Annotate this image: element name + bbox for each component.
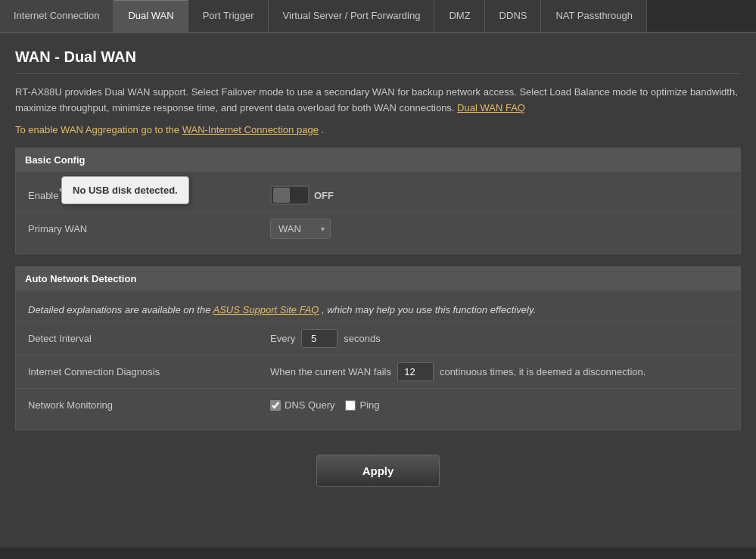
asus-support-link[interactable]: ASUS Support Site FAQ [213, 304, 319, 315]
auto-detect-description: Detailed explanations are available on t… [16, 298, 740, 322]
wan-aggregation-notice: To enable WAN Aggregation go to the WAN-… [15, 124, 741, 135]
tab-dmz[interactable]: DMZ [434, 0, 484, 32]
toggle-label: OFF [314, 190, 334, 201]
toggle-track[interactable] [270, 185, 310, 205]
primary-wan-select[interactable]: WAN USB WAN2 [270, 219, 331, 239]
apply-button[interactable]: Apply [316, 455, 440, 487]
enable-dual-wan-control: OFF No USB disk detected. [270, 185, 728, 205]
diagnosis-row: Internet Connection Diagnosis When the c… [16, 356, 740, 389]
ping-label[interactable]: Ping [359, 399, 379, 411]
detect-interval-label: Detect Interval [28, 333, 270, 344]
toggle-knob [273, 188, 290, 203]
diagnosis-label: Internet Connection Diagnosis [28, 366, 270, 377]
enable-dual-wan-row: Enable Dual WAN OFF No USB disk detected… [16, 179, 740, 213]
basic-config-section: Basic Config Enable Dual WAN OFF No USB … [15, 148, 741, 254]
tab-ddns[interactable]: DDNS [485, 0, 542, 32]
tab-dual-wan[interactable]: Dual WAN [114, 0, 188, 32]
primary-wan-select-wrapper: WAN USB WAN2 [270, 219, 331, 239]
page-title: WAN - Dual WAN [15, 48, 741, 74]
diagnosis-suffix: continuous times, it is deemed a disconn… [440, 366, 646, 377]
detect-interval-row: Detect Interval Every seconds [16, 322, 740, 356]
tab-bar: Internet Connection Dual WAN Port Trigge… [0, 0, 756, 33]
usb-tooltip: No USB disk detected. [61, 176, 189, 204]
dns-query-label[interactable]: DNS Query [285, 399, 334, 411]
main-content: WAN - Dual WAN RT-AX88U provides Dual WA… [0, 33, 756, 548]
monitoring-checkbox-group: DNS Query Ping [270, 399, 380, 411]
detect-interval-control: Every seconds [270, 329, 728, 348]
basic-config-body: Enable Dual WAN OFF No USB disk detected… [16, 172, 740, 253]
diagnosis-control: When the current WAN fails continuous ti… [270, 362, 728, 381]
detect-interval-input[interactable] [301, 329, 338, 348]
dual-wan-toggle[interactable]: OFF [270, 185, 334, 205]
network-monitoring-control: DNS Query Ping [270, 399, 728, 411]
primary-wan-label: Primary WAN [28, 223, 270, 234]
detect-interval-prefix: Every [270, 333, 295, 344]
tab-internet-connection[interactable]: Internet Connection [0, 0, 114, 32]
apply-section: Apply [15, 443, 741, 499]
dns-query-checkbox[interactable] [270, 400, 281, 411]
basic-config-header: Basic Config [16, 148, 740, 172]
network-monitoring-row: Network Monitoring DNS Query Ping [16, 389, 740, 422]
dns-query-item[interactable]: DNS Query [270, 399, 334, 411]
auto-network-detection-section: Auto Network Detection Detailed explanat… [15, 266, 741, 430]
detect-interval-suffix: seconds [344, 333, 380, 344]
wan-internet-connection-link[interactable]: WAN-Internet Connection page [182, 124, 319, 135]
tab-nat-passthrough[interactable]: NAT Passthrough [541, 0, 646, 32]
ping-checkbox[interactable] [345, 400, 356, 411]
auto-network-detection-body: Detailed explanations are available on t… [16, 290, 740, 430]
primary-wan-row: Primary WAN WAN USB WAN2 [16, 213, 740, 246]
tab-port-trigger[interactable]: Port Trigger [188, 0, 269, 32]
auto-network-detection-header: Auto Network Detection [16, 267, 740, 290]
network-monitoring-label: Network Monitoring [28, 399, 270, 411]
primary-wan-control: WAN USB WAN2 [270, 219, 728, 239]
diagnosis-prefix: When the current WAN fails [270, 366, 391, 377]
diagnosis-input[interactable] [397, 362, 434, 381]
ping-item[interactable]: Ping [345, 399, 379, 411]
tab-virtual-server[interactable]: Virtual Server / Port Forwarding [269, 0, 435, 32]
dual-wan-faq-link[interactable]: Dual WAN FAQ [457, 102, 525, 113]
description-text: RT-AX88U provides Dual WAN support. Sele… [15, 85, 741, 116]
